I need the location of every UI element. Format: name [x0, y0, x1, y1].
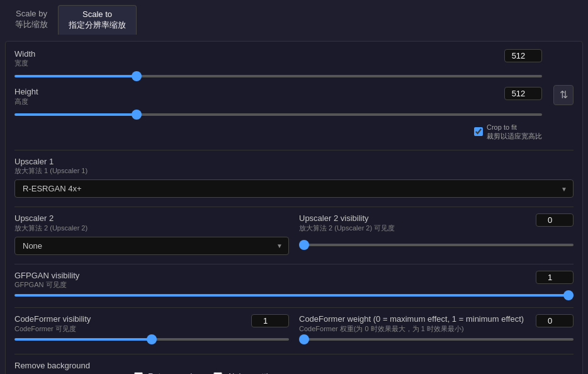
width-section: Width 宽度 Height [14, 49, 542, 141]
divider-4 [14, 307, 574, 308]
gfpgan-label-sub: GFPGAN 可见度 [14, 280, 79, 290]
remove-bg-label: Remove background [14, 361, 115, 371]
upscaler2-vis-slider-wrap [299, 235, 574, 255]
crop-label-line2: 裁剪以适应宽高比 [487, 132, 542, 140]
wh-section: Width 宽度 Height [14, 49, 574, 141]
codeformer-vis-input[interactable] [251, 314, 289, 327]
upscaler2-vis-slider[interactable] [299, 244, 574, 246]
main-panel: Width 宽度 Height [5, 41, 583, 374]
swap-icon: ⇅ [560, 89, 568, 101]
upscaler2-row: Upscaler 2 放大算法 2 (Upscaler 2) None Lanc… [14, 213, 574, 255]
width-slider-wrap [14, 71, 542, 82]
return-mask-row: Return mask [134, 371, 195, 374]
return-mask-label: Return mask [148, 371, 195, 374]
codeformer-row: CodeFormer visibility CodeFormer 可见度 Cod… [14, 314, 574, 345]
codeformer-weight-label-sub: CodeFormer 权重(为 0 时效果最大，为 1 时效果最小) [299, 324, 524, 334]
height-input[interactable] [504, 87, 542, 100]
gfpgan-label: GFPGAN visibility [14, 271, 79, 281]
codeformer-vis-slider[interactable] [14, 338, 289, 341]
height-slider-wrap [14, 109, 542, 120]
divider-2 [14, 207, 574, 207]
height-label-row: Height 高度 [14, 87, 542, 106]
width-label-row: Width 宽度 [14, 49, 542, 69]
upscaler2-section: Upscaler 2 放大算法 2 (Upscaler 2) None Lanc… [14, 213, 289, 255]
height-label-sub: 高度 [14, 97, 38, 106]
remove-bg-section: Remove background None Yes [14, 361, 115, 374]
tab-bar: Scale by 等比缩放 Scale to 指定分辨率缩放 [5, 5, 583, 35]
height-slider[interactable] [14, 113, 542, 116]
gfpgan-section: GFPGAN visibility GFPGAN 可见度 [14, 271, 574, 302]
remove-bg-row: Remove background None Yes Return mask A… [14, 361, 574, 374]
alpha-matting-row: Alpha matting [213, 371, 278, 374]
main-container: Scale by 等比缩放 Scale to 指定分辨率缩放 Width 宽度 [0, 0, 588, 374]
gfpgan-slider[interactable] [14, 294, 574, 297]
codeformer-vis-slider-wrap [14, 334, 289, 345]
upscaler2-vis-input[interactable] [536, 213, 574, 227]
width-input[interactable] [504, 49, 542, 62]
codeformer-weight-slider[interactable] [299, 338, 574, 341]
codeformer-weight-section: CodeFormer weight (0 = maximum effect, 1… [299, 314, 574, 345]
tab-scale-to[interactable]: Scale to 指定分辨率缩放 [58, 5, 137, 35]
divider-3 [14, 264, 574, 264]
upscaler1-label-sub: 放大算法 1 (Upscaler 1) [14, 166, 574, 176]
swap-button[interactable]: ⇅ [553, 85, 574, 105]
upscaler2-vis-label: Upscaler 2 visibility [299, 213, 395, 224]
codeformer-vis-section: CodeFormer visibility CodeFormer 可见度 [14, 314, 289, 345]
gfpgan-input[interactable] [536, 271, 574, 284]
gfpgan-slider-wrap [14, 290, 574, 301]
upscaler2-label-sub: 放大算法 2 (Upscaler 2) [14, 224, 289, 233]
codeformer-weight-input[interactable] [536, 314, 574, 327]
upscaler1-label: Upscaler 1 [14, 157, 574, 167]
codeformer-vis-label-sub: CodeFormer 可见度 [14, 324, 91, 334]
upscaler1-dropdown-wrap: None Lanczos Nearest R-ESRGAN 4x+ R-ESRG… [14, 179, 574, 198]
alpha-matting-label: Alpha matting [227, 371, 278, 374]
upscaler2-dropdown-wrap: None Lanczos Nearest R-ESRGAN 4x+ [14, 237, 289, 255]
codeformer-weight-slider-wrap [299, 334, 574, 345]
upscaler1-dropdown[interactable]: None Lanczos Nearest R-ESRGAN 4x+ R-ESRG… [14, 179, 574, 198]
width-label-sub: 宽度 [14, 59, 35, 68]
tab-scale-by[interactable]: Scale by 等比缩放 [5, 5, 58, 35]
upscaler2-dropdown[interactable]: None Lanczos Nearest R-ESRGAN 4x+ [14, 237, 289, 255]
crop-label-line1: Crop to fit [487, 123, 542, 132]
upscaler2-label: Upscaler 2 [14, 213, 289, 224]
height-label: Height [14, 87, 38, 97]
width-label: Width [14, 49, 35, 59]
codeformer-vis-label: CodeFormer visibility [14, 314, 91, 324]
upscaler2-visibility-section: Upscaler 2 visibility 放大算法 2 (Upscaler 2… [299, 213, 574, 255]
codeformer-weight-label: CodeFormer weight (0 = maximum effect, 1… [299, 314, 524, 324]
divider-1 [14, 150, 574, 150]
upscaler2-vis-label-sub: 放大算法 2 (Upscaler 2) 可见度 [299, 224, 395, 233]
crop-to-fit-checkbox[interactable] [474, 127, 483, 136]
divider-5 [14, 354, 574, 354]
upscaler1-section: Upscaler 1 放大算法 1 (Upscaler 1) None Lanc… [14, 157, 574, 198]
crop-fit-row: Crop to fit 裁剪以适应宽高比 [14, 123, 542, 141]
width-slider[interactable] [14, 75, 542, 77]
